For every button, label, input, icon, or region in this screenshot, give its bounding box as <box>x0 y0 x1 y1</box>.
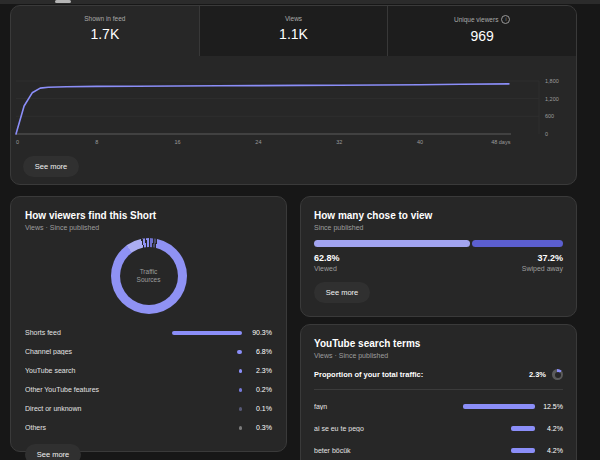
row-label: Other YouTube features <box>25 386 170 393</box>
row-value: 4.2% <box>535 447 563 454</box>
row-label: fayn <box>314 403 459 410</box>
svg-text:16: 16 <box>175 139 181 145</box>
svg-text:48 days: 48 days <box>491 139 511 145</box>
card-title: YouTube search terms <box>314 338 563 349</box>
row-bar <box>170 369 242 373</box>
traffic-source-row[interactable]: Others0.3% <box>25 418 272 437</box>
swiped-percent: 37.2% <box>537 253 563 263</box>
row-label: Direct or unknown <box>25 405 170 412</box>
tab-unique-viewers[interactable]: Unique viewers i 969 <box>387 6 576 56</box>
viewed-label: Viewed <box>314 265 337 272</box>
proportion-label: Proportion of your total traffic: <box>314 370 529 379</box>
search-terms-card: YouTube search terms Views · Since publi… <box>300 324 577 460</box>
traffic-source-row[interactable]: Direct or unknown0.1% <box>25 399 272 418</box>
row-value: 2.3% <box>242 367 272 374</box>
section-tab-indicator <box>55 0 71 3</box>
svg-text:32: 32 <box>336 139 342 145</box>
row-label: Channel pages <box>25 348 170 355</box>
search-term-row[interactable]: beter böcük4.2% <box>314 439 563 460</box>
card-title: How viewers find this Short <box>25 210 272 221</box>
page-top-strip <box>0 0 600 4</box>
proportion-gauge-icon <box>552 369 563 380</box>
reach-line-chart[interactable]: 1,8001,2006000081624324048 days <box>11 56 576 156</box>
info-icon[interactable]: i <box>501 15 510 24</box>
svg-text:0: 0 <box>545 131 548 137</box>
search-term-row[interactable]: fayn12.5% <box>314 395 563 417</box>
card-title: How many chose to view <box>314 210 563 221</box>
row-value: 0.3% <box>242 424 272 431</box>
card-subtitle: Since published <box>314 224 563 231</box>
divider <box>314 389 563 390</box>
row-label: Others <box>25 424 170 431</box>
svg-text:40: 40 <box>417 139 423 145</box>
row-value: 4.2% <box>535 425 563 432</box>
traffic-donut-chart[interactable]: Traffic Sources <box>111 238 187 314</box>
row-label: YouTube search <box>25 367 170 374</box>
traffic-source-row[interactable]: Channel pages6.8% <box>25 342 272 361</box>
traffic-source-row[interactable]: Shorts feed90.3% <box>25 323 272 342</box>
see-more-button[interactable]: See more <box>23 156 79 177</box>
see-more-button[interactable]: See more <box>314 282 370 303</box>
row-label: Shorts feed <box>25 329 170 336</box>
metric-tabs: Shown in feed 1.7K Views 1.1K Unique vie… <box>11 6 576 56</box>
proportion-value: 2.3% <box>529 370 546 379</box>
row-value: 90.3% <box>242 329 272 336</box>
traffic-sources-card: How viewers find this Short Views · Sinc… <box>10 196 287 452</box>
reach-metrics-card: Shown in feed 1.7K Views 1.1K Unique vie… <box>10 5 577 185</box>
row-bar <box>459 426 535 430</box>
row-bar <box>459 404 535 408</box>
svg-text:600: 600 <box>545 113 554 119</box>
donut-hole: Traffic Sources <box>120 247 178 305</box>
card-subtitle: Views · Since published <box>25 224 272 231</box>
row-bar <box>170 426 242 430</box>
donut-center-label: Traffic Sources <box>133 268 165 285</box>
swiped-label: Swiped away <box>522 265 563 272</box>
traffic-source-row[interactable]: Other YouTube features0.2% <box>25 380 272 399</box>
viewed-segment <box>314 240 470 247</box>
svg-text:8: 8 <box>95 139 98 145</box>
see-more-button[interactable]: See more <box>25 444 81 460</box>
row-label: ai se eu te pego <box>314 425 459 432</box>
svg-text:0: 0 <box>16 139 19 145</box>
svg-text:1,800: 1,800 <box>545 78 559 84</box>
row-bar <box>170 350 242 354</box>
row-value: 6.8% <box>242 348 272 355</box>
row-value: 0.2% <box>242 386 272 393</box>
row-label: beter böcük <box>314 447 459 454</box>
card-subtitle: Views · Since published <box>314 352 563 359</box>
tab-views[interactable]: Views 1.1K <box>199 6 388 56</box>
traffic-rows: Shorts feed90.3%Channel pages6.8%YouTube… <box>25 323 272 437</box>
search-term-row[interactable]: ai se eu te pego4.2% <box>314 417 563 439</box>
search-term-rows: fayn12.5%ai se eu te pego4.2%beter böcük… <box>314 395 563 460</box>
swiped-segment <box>472 240 563 247</box>
row-bar <box>170 407 242 411</box>
row-bar <box>170 388 242 392</box>
metric-value: 969 <box>471 28 494 44</box>
row-value: 0.1% <box>242 405 272 412</box>
metric-label: Unique viewers <box>454 16 498 23</box>
row-bar <box>459 448 535 452</box>
tab-shown-in-feed[interactable]: Shown in feed 1.7K <box>11 6 199 56</box>
metric-label: Shown in feed <box>84 15 125 22</box>
viewed-swiped-bar <box>314 240 563 247</box>
metric-value: 1.1K <box>279 26 308 42</box>
svg-text:24: 24 <box>255 139 261 145</box>
metric-value: 1.7K <box>90 26 119 42</box>
row-value: 12.5% <box>535 403 563 410</box>
viewed-percent: 62.8% <box>314 253 340 263</box>
row-bar <box>170 331 242 335</box>
traffic-source-row[interactable]: YouTube search2.3% <box>25 361 272 380</box>
chose-to-view-card: How many chose to view Since published 6… <box>300 196 577 317</box>
svg-text:1,200: 1,200 <box>545 96 559 102</box>
metric-label: Views <box>285 15 302 22</box>
